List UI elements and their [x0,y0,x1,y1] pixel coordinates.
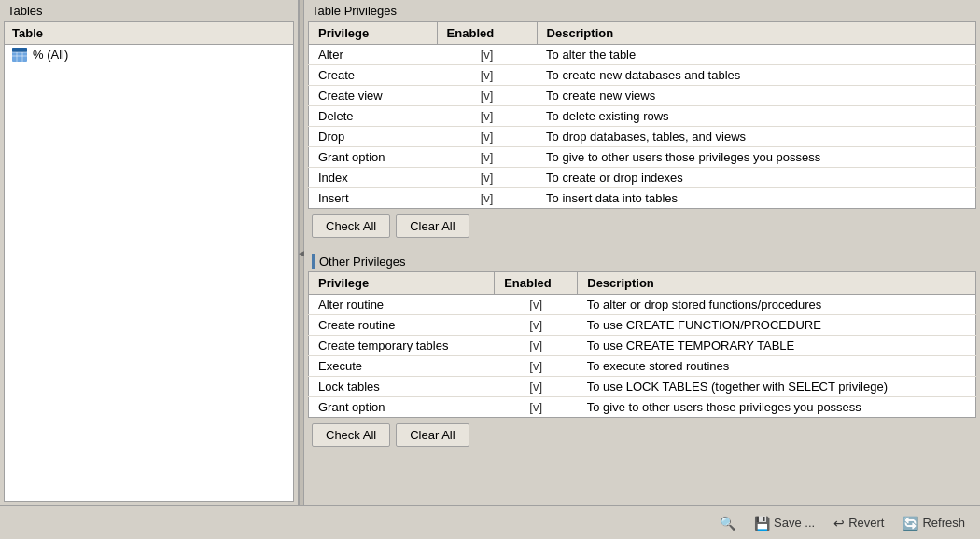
col-description: Description [537,22,975,45]
privilege-cell: Create routine [309,315,495,336]
save-icon: 💾 [754,516,770,531]
description-cell: To create new databases and tables [537,65,975,86]
other-priv-button-row: Check All Clear All [308,418,976,452]
privilege-cell: Drop [309,127,438,147]
description-cell: To drop databases, tables, and views [537,127,975,147]
col-enabled: Enabled [437,22,537,45]
description-cell: To use LOCK TABLES (together with SELECT… [578,377,976,397]
section-container: Privilege Enabled Description Alter [v] … [304,21,980,505]
refresh-button[interactable]: 🔄 Refresh [895,513,973,533]
privilege-cell: Index [309,168,438,188]
table-row: Execute [v] To execute stored routines [309,356,976,377]
description-cell: To execute stored routines [578,356,976,377]
revert-label: Revert [848,516,884,530]
table-row: Lock tables [v] To use LOCK TABLES (toge… [309,377,976,397]
tables-list-header: Table [4,21,294,44]
other-check-all-button[interactable]: Check All [312,423,390,447]
privilege-cell: Create temporary tables [309,336,495,356]
privilege-cell: Alter routine [309,295,495,315]
description-cell: To insert data into tables [537,188,975,209]
refresh-label: Refresh [922,516,965,530]
description-cell: To alter the table [537,45,975,65]
tables-panel: Tables Table % (All) [0,0,299,505]
table-row: Alter [v] To alter the table [309,45,976,65]
table-row: Insert [v] To insert data into tables [309,188,976,209]
description-cell: To use CREATE FUNCTION/PROCEDURE [578,315,976,336]
enabled-cell[interactable]: [v] [437,168,537,188]
save-button[interactable]: 💾 Save ... [747,513,822,533]
table-icon [12,48,27,62]
revert-icon: ↩ [833,516,845,531]
enabled-cell[interactable]: [v] [437,45,537,65]
privilege-cell: Delete [309,106,438,127]
save-label: Save ... [774,516,815,530]
privilege-cell: Create view [309,86,438,106]
table-check-all-button[interactable]: Check All [312,214,390,238]
privilege-cell: Alter [309,45,438,65]
table-row: Grant option [v] To give to other users … [309,147,976,168]
table-row: Delete [v] To delete existing rows [309,106,976,127]
enabled-cell[interactable]: [v] [495,336,578,356]
tables-panel-title: Tables [0,0,298,21]
description-cell: To give to other users those privileges … [537,147,975,168]
privilege-cell: Grant option [309,147,438,168]
table-row: Index [v] To create or drop indexes [309,168,976,188]
table-row: Create temporary tables [v] To use CREAT… [309,336,976,356]
other-clear-all-button[interactable]: Clear All [396,423,469,447]
description-cell: To give to other users those privileges … [578,397,976,418]
privilege-cell: Create [309,65,438,86]
svg-rect-1 [12,48,27,52]
enabled-cell[interactable]: [v] [437,86,537,106]
col-privilege: Privilege [309,22,438,45]
enabled-cell[interactable]: [v] [495,295,578,315]
description-cell: To alter or drop stored functions/proced… [578,295,976,315]
table-row: Create [v] To create new databases and t… [309,65,976,86]
other-privileges-table: Privilege Enabled Description Alter rout… [308,271,976,418]
other-privileges-header: Other Privileges [308,251,976,271]
enabled-cell[interactable]: [v] [495,377,578,397]
table-row: Create routine [v] To use CREATE FUNCTIO… [309,315,976,336]
bottom-toolbar: 🔍 💾 Save ... ↩ Revert 🔄 Refresh [0,505,980,539]
description-cell: To delete existing rows [537,106,975,127]
other-privileges-title: Other Privileges [319,255,405,269]
search-icon: 🔍 [720,516,735,531]
description-cell: To create or drop indexes [537,168,975,188]
other-priv-marker [312,254,315,269]
table-privileges-table: Privilege Enabled Description Alter [v] … [308,21,976,209]
revert-button[interactable]: ↩ Revert [826,513,891,533]
enabled-cell[interactable]: [v] [495,397,578,418]
enabled-cell[interactable]: [v] [437,127,537,147]
privilege-cell: Grant option [309,397,495,418]
enabled-cell[interactable]: [v] [437,106,537,127]
table-row: Create view [v] To create new views [309,86,976,106]
enabled-cell[interactable]: [v] [437,147,537,168]
privilege-cell: Lock tables [309,377,495,397]
table-clear-all-button[interactable]: Clear All [396,214,469,238]
search-button[interactable]: 🔍 [712,513,743,533]
other-privileges-section: Other Privileges Privilege Enabled Descr… [308,251,976,452]
other-col-enabled: Enabled [495,272,578,295]
privileges-panel: Table Privileges Privilege Enabled Descr… [304,0,980,505]
enabled-cell[interactable]: [v] [495,315,578,336]
enabled-cell[interactable]: [v] [437,65,537,86]
enabled-cell[interactable]: [v] [495,356,578,377]
table-priv-button-row: Check All Clear All [308,209,976,243]
table-row: Grant option [v] To give to other users … [309,397,976,418]
refresh-icon: 🔄 [903,516,918,531]
description-cell: To use CREATE TEMPORARY TABLE [578,336,976,356]
other-col-description: Description [578,272,976,295]
privilege-cell: Execute [309,356,495,377]
table-row: Drop [v] To drop databases, tables, and … [309,127,976,147]
list-item[interactable]: % (All) [5,45,293,64]
description-cell: To create new views [537,86,975,106]
enabled-cell[interactable]: [v] [437,188,537,209]
table-row: Alter routine [v] To alter or drop store… [309,295,976,315]
table-privileges-title: Table Privileges [304,0,980,21]
table-item-name: % (All) [33,48,68,62]
table-privileges-section: Privilege Enabled Description Alter [v] … [308,21,976,243]
tables-list-body: % (All) [4,44,294,502]
other-col-privilege: Privilege [309,272,495,295]
privilege-cell: Insert [309,188,438,209]
